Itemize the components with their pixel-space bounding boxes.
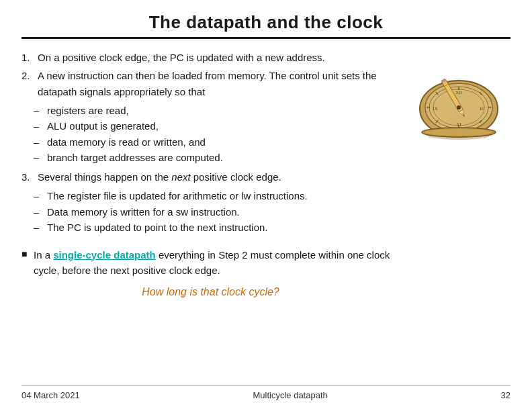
bullet-icon: ■ (21, 248, 28, 259)
sub-list-3: –The register file is updated for arithm… (34, 189, 308, 236)
dash-icon: – (34, 150, 43, 166)
question-text: How long is that clock cycle? (21, 286, 400, 298)
content-area: 1. On a positive clock edge, the PC is u… (21, 50, 511, 385)
highlight-text: single-cycle datapath (53, 249, 156, 261)
svg-point-22 (457, 105, 461, 109)
sub-item-3-2: –Data memory is written for a sw instruc… (34, 205, 308, 220)
text-content: 1. On a positive clock edge, the PC is u… (21, 50, 406, 385)
clock-image-area: XII III VI IX (406, 50, 511, 385)
list-text-3: Several things happen on the next positi… (38, 169, 281, 185)
bullet-section: ■ In a single-cycle datapath everything … (21, 243, 400, 279)
list-text-1: On a positive clock edge, the PC is upda… (38, 50, 325, 65)
list-item-1: 1. On a positive clock edge, the PC is u… (21, 50, 400, 65)
list-text-2: A new instruction can then be loaded fro… (38, 68, 400, 99)
list-item-2: 2. A new instruction can then be loaded … (21, 68, 400, 167)
list-item-3: 3. Several things happen on the next pos… (21, 169, 400, 236)
clock-svg: XII III VI IX (412, 56, 506, 144)
list-num-3: 3. (21, 169, 35, 185)
sub-item-2-1: –registers are read, (34, 103, 223, 119)
bullet-text: In a single-cycle datapath everything in… (34, 247, 400, 279)
bullet-prefix: In a (34, 249, 53, 261)
list-num-2: 2. (21, 68, 35, 99)
sub-item-3-3: –The PC is updated to point to the next … (34, 220, 308, 236)
title-area: The datapath and the clock (21, 0, 511, 50)
svg-text:IX: IX (433, 106, 437, 111)
dash-icon: – (34, 135, 43, 150)
sub-item-2-3: –data memory is read or written, and (34, 135, 223, 150)
list-num-1: 1. (21, 50, 35, 65)
footer-page: 32 (501, 390, 511, 400)
footer-date: 04 March 2021 (21, 390, 80, 400)
next-italic: next (171, 171, 190, 183)
slide-title: The datapath and the clock (21, 12, 511, 33)
main-list: 1. On a positive clock edge, the PC is u… (21, 50, 400, 236)
dash-icon: – (34, 205, 43, 220)
footer-title: Multicycle datapath (80, 390, 501, 400)
dash-icon: – (34, 220, 43, 236)
sub-item-2-4: –branch target addresses are computed. (34, 150, 223, 166)
sub-item-3-1: –The register file is updated for arithm… (34, 189, 308, 204)
svg-text:XII: XII (455, 90, 462, 95)
sub-list-2: –registers are read, –ALU output is gene… (34, 103, 223, 167)
dash-icon: – (34, 189, 43, 204)
svg-text:III: III (480, 106, 485, 111)
svg-text:VI: VI (456, 122, 461, 127)
dash-icon: – (34, 103, 43, 119)
title-divider (21, 37, 511, 39)
slide-footer: 04 March 2021 Multicycle datapath 32 (21, 385, 511, 400)
dash-icon: – (34, 119, 43, 134)
slide: The datapath and the clock 1. On a posit… (0, 0, 532, 411)
sub-item-2-2: –ALU output is generated, (34, 119, 223, 134)
svg-point-25 (425, 129, 492, 136)
